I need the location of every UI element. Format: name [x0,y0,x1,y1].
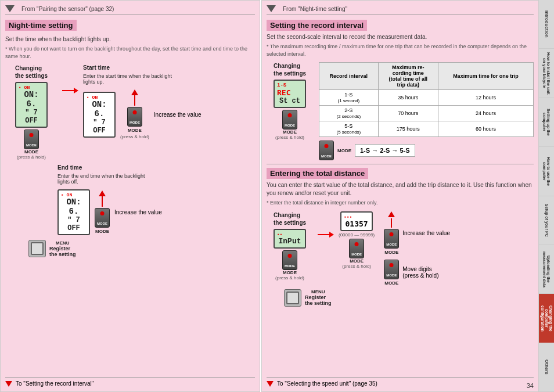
increase-label-right: Increase the value [402,230,450,236]
left-panel: From "Pairing the sensor" (page 32) Nigh… [0,0,260,392]
right-from-text: From "Night-time setting" [283,6,347,12]
range-label: (00000 — 99999) [339,232,375,238]
max-time-1s: 12 hours [438,90,533,106]
page-number: 34 [527,382,534,389]
mode-button-right-3[interactable]: MODE [349,239,364,258]
mode-button-right-1[interactable]: MODE [282,110,297,130]
start-device: ▪ ON ON: 6. " 7 OFF [83,92,116,138]
table-row: 2-S(2 seconds) 70 hours 24 hours [319,106,534,121]
right-device-1s: 1-S REC St ct [274,80,306,108]
right-panel: From "Night-time setting" Setting the re… [261,0,539,392]
left-desc: Set the time when the backlight lights u… [5,35,255,44]
right-device-num: ▪▪▪ 01357 [340,211,373,231]
increase-label-start: Increase the value [154,112,202,118]
right-section2-note: * Enter the total distance in integer nu… [267,199,534,207]
mode-button-increase[interactable]: MODE [384,229,399,249]
mode-button-move[interactable]: MODE [384,260,399,279]
arrow-to-start [62,88,78,93]
mode-button-end[interactable]: MODE [95,208,110,228]
sidebar-item-introduction[interactable]: Introduction [539,0,554,49]
mode-button-right-2[interactable]: MODE [282,250,297,270]
col-interval: Record interval [319,63,379,90]
left-dev-line2: ON: 6. [19,90,44,109]
left-note: * When you do not want to turn on the ba… [5,45,255,60]
interval-2s: 2-S(2 seconds) [319,106,379,121]
changing-label-left: Changingthe settings [15,64,48,80]
end-time-label: End time [57,164,162,171]
table-row: 5-S(5 seconds) 175 hours 60 hours [319,121,534,137]
right-section2-title: Entering the total distance [267,168,368,179]
menu-button-left[interactable] [28,240,46,257]
arrow-to-bottom-right [267,381,274,387]
right-section1-note: * The maximum recording time / maximum t… [267,43,534,57]
sidebar-item-upload[interactable]: Uploading the measurement data [539,245,554,294]
move-digits-label: Move digits(press & hold) [402,266,438,279]
end-time-desc: Enter the end time when the backlight li… [57,173,150,185]
left-to-text: To "Setting the record interval" [16,380,93,387]
register-label-left: Registerthe setting [49,246,76,257]
interval-5s: 5-S(5 seconds) [319,121,379,137]
up-arrow-end [99,190,106,207]
left-section-title: Night-time setting [5,20,77,31]
right-section1-title: Setting the record interval [267,20,367,31]
sidebar-item-setup-pc[interactable]: Setup of your PC [539,196,554,245]
left-from-text: From "Pairing the sensor" (page 32) [21,6,114,12]
mode-label-left: MODE [24,149,38,154]
press-hold-left: (press & hold) [17,154,46,160]
increase-label-end: Increase the value [114,209,162,215]
arrow-to-bottom-left [5,381,12,387]
rec-time-1s: 35 hours [378,90,438,106]
start-time-desc: Enter the start time when the backlight … [83,73,176,85]
main-content: From "Pairing the sensor" (page 32) Nigh… [0,0,554,392]
right-from-label: From "Night-time setting" [267,5,534,15]
sidebar-item-setup-computer[interactable]: Setting up the computer [539,98,554,147]
rec-time-2s: 70 hours [378,106,438,121]
rec-time-5s: 175 hours [378,121,438,137]
table-row: 1-S(1 second) 35 hours 12 hours [319,90,534,106]
arrow-down-icon [5,5,15,12]
sidebar-item-changing[interactable]: Changing the computer configuration [539,294,554,343]
sidebar: Introduction How to install the unit on … [539,0,554,392]
up-arrow-increase [388,211,395,217]
col-max-time: Maximum time for one trip [438,63,533,90]
right-changing-label: Changingthe settings [274,62,306,77]
left-device-main: ▪ ON ON: 6. " 7 OFF [15,82,48,128]
right-changing-label-2: Changingthe settings [274,211,306,226]
left-from-label: From "Pairing the sensor" (page 32) [5,5,255,15]
max-time-5s: 60 hours [438,121,533,137]
right-section2-desc: You can enter the start value of the tot… [267,181,534,197]
divider [267,164,534,164]
register-label-right: Registerthe setting [305,294,332,306]
sidebar-item-install[interactable]: How to install the unit on your bicycle [539,49,554,98]
mode-button-left-main[interactable]: MODE [24,130,39,149]
menu-button-right[interactable] [284,289,301,307]
start-time-label: Start time [83,64,202,71]
mode-button-flow[interactable]: MODE [319,141,334,160]
right-section1-desc: Set the second-scale interval to record … [267,33,534,41]
end-device: ▪ ON ON: 6. " 7 OFF [57,189,90,235]
col-rec-time: Maximum re-cording time(total time of al… [378,63,438,90]
right-device-input: ▪▪ InPut [274,229,306,249]
arrow-to-num [318,232,334,238]
entering-section: Entering the total distance You can ente… [267,168,534,307]
right-to-text: To "Selecting the speed unit" (page 35) [277,380,377,387]
mode-button-start[interactable]: MODE [127,107,142,127]
left-dev-line1: ▪ ON [19,85,44,90]
max-time-2s: 24 hours [438,106,533,121]
left-dev-line3: " 7 OFF [19,109,44,125]
sidebar-item-others[interactable]: Others [539,343,554,392]
record-table: Record interval Maximum re-cording time(… [319,62,534,137]
interval-1s: 1-S(1 second) [319,90,379,106]
flow-label: 1-S → 2-S → 5-S [355,144,415,157]
up-arrow-start [131,89,138,106]
arrow-down-right-icon [267,5,276,12]
sidebar-item-use-computer[interactable]: How to use the computer [539,147,554,196]
